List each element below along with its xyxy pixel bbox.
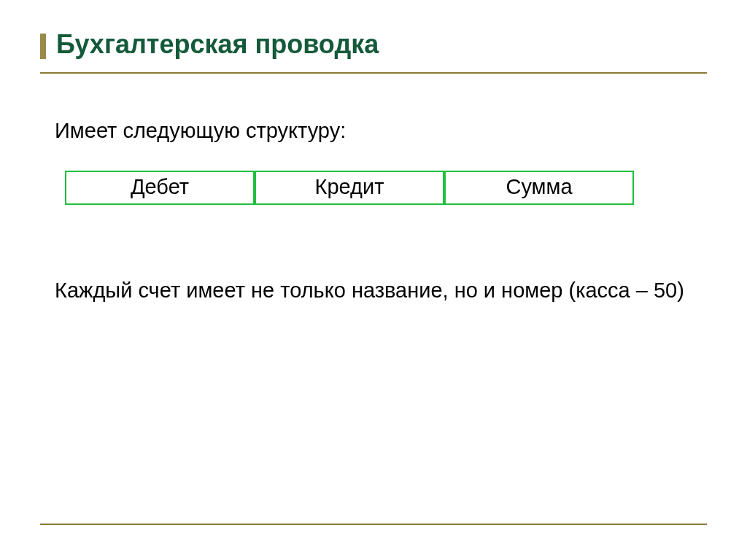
footer-divider (40, 524, 707, 525)
structure-row: Дебет Кредит Сумма (65, 171, 634, 205)
slide: Бухгалтерская проводка Имеет следующую с… (0, 0, 747, 560)
structure-cell-sum: Сумма (444, 171, 634, 205)
note-text: Каждый счет имеет не только название, но… (55, 275, 692, 306)
slide-content: Имеет следующую структуру: Дебет Кредит … (40, 117, 707, 305)
structure-cell-debit: Дебет (65, 171, 255, 205)
intro-text: Имеет следующую структуру: (55, 117, 692, 144)
slide-title: Бухгалтерская проводка (40, 29, 707, 59)
title-wrap: Бухгалтерская проводка (40, 29, 707, 74)
structure-cell-credit: Кредит (255, 171, 444, 205)
title-accent-bar (40, 34, 46, 59)
